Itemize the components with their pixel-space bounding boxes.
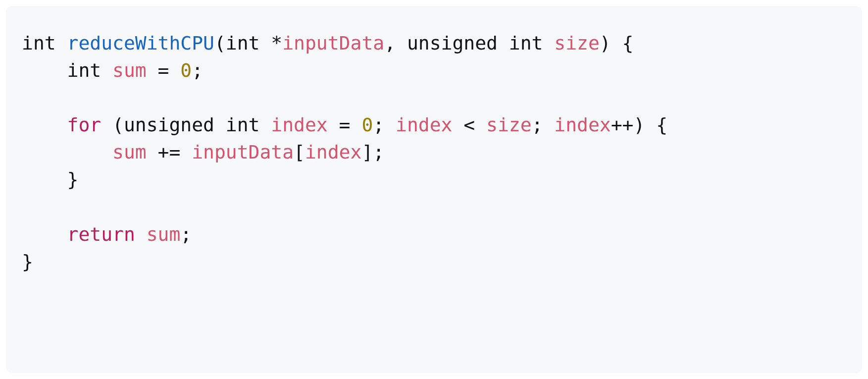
code-token: sum	[147, 223, 181, 245]
code-token	[135, 223, 147, 245]
code-token: (	[214, 32, 226, 54]
code-token: ++) {	[611, 114, 667, 136]
code-block: int reduceWithCPU(int *inputData, unsign…	[6, 6, 862, 373]
code-token: sum	[112, 59, 147, 81]
code-token: return	[67, 223, 135, 245]
code-token: size	[554, 32, 600, 54]
code-token: int	[22, 32, 67, 54]
code-token: int	[226, 32, 271, 54]
code-token	[22, 114, 67, 136]
code-token	[22, 141, 112, 163]
code-token: index	[396, 114, 452, 136]
code-token: =	[147, 59, 181, 81]
code-token: ;	[180, 223, 192, 245]
code-token: *	[271, 32, 282, 54]
code-token: ,	[384, 32, 407, 54]
code-token: unsigned int	[124, 114, 271, 136]
code-token: index	[305, 141, 361, 163]
code-token: }	[22, 168, 78, 190]
code-token: ;	[532, 114, 555, 136]
code-token: for	[67, 114, 102, 136]
code-token: ;	[192, 59, 203, 81]
code-token: int	[67, 59, 113, 81]
code-token: (	[101, 114, 124, 136]
code-token: sum	[112, 141, 147, 163]
code-token: =	[328, 114, 362, 136]
code-token: ) {	[600, 32, 634, 54]
code-token: inputData	[192, 141, 294, 163]
code-token: ;	[373, 114, 396, 136]
code-token: 0	[180, 59, 192, 81]
code-token: +=	[147, 141, 192, 163]
code-token: unsigned int	[407, 32, 554, 54]
code-token	[22, 223, 67, 245]
code-content: int reduceWithCPU(int *inputData, unsign…	[22, 30, 846, 275]
code-token: [	[294, 141, 305, 163]
code-token: index	[271, 114, 327, 136]
code-token: <	[452, 114, 486, 136]
code-token: }	[22, 251, 33, 272]
code-token: inputData	[282, 32, 384, 54]
code-token: reduceWithCPU	[67, 32, 214, 54]
code-token: size	[486, 114, 532, 136]
code-token: index	[554, 114, 611, 136]
code-token: ];	[361, 141, 384, 163]
code-token	[22, 59, 67, 81]
code-token: 0	[361, 114, 373, 136]
